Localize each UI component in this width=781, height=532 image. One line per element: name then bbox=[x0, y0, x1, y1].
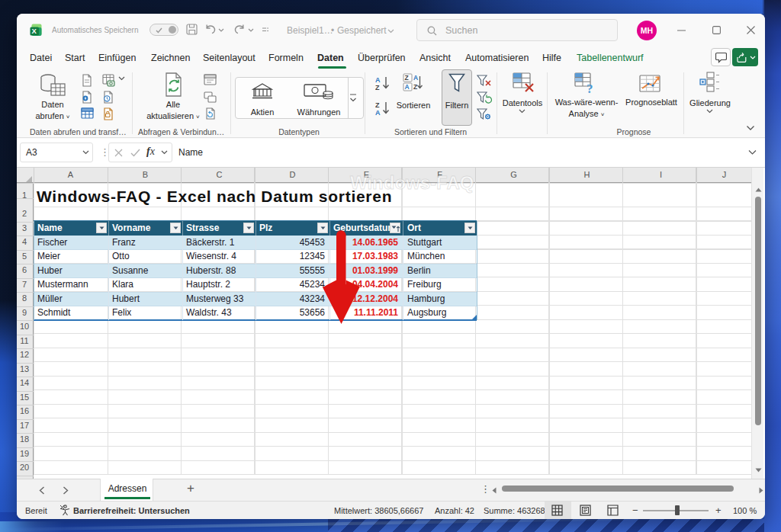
svg-text:Z: Z bbox=[413, 83, 417, 91]
svg-text:?: ? bbox=[587, 82, 593, 94]
svg-text:X: X bbox=[32, 27, 37, 35]
svg-text:A: A bbox=[375, 109, 381, 117]
svg-text:Z: Z bbox=[375, 84, 380, 91]
svg-text:Z: Z bbox=[404, 74, 408, 82]
svg-text:A: A bbox=[404, 83, 409, 91]
svg-text:A: A bbox=[413, 74, 418, 82]
svg-text:A: A bbox=[375, 76, 381, 84]
svg-text:Z: Z bbox=[375, 101, 380, 109]
